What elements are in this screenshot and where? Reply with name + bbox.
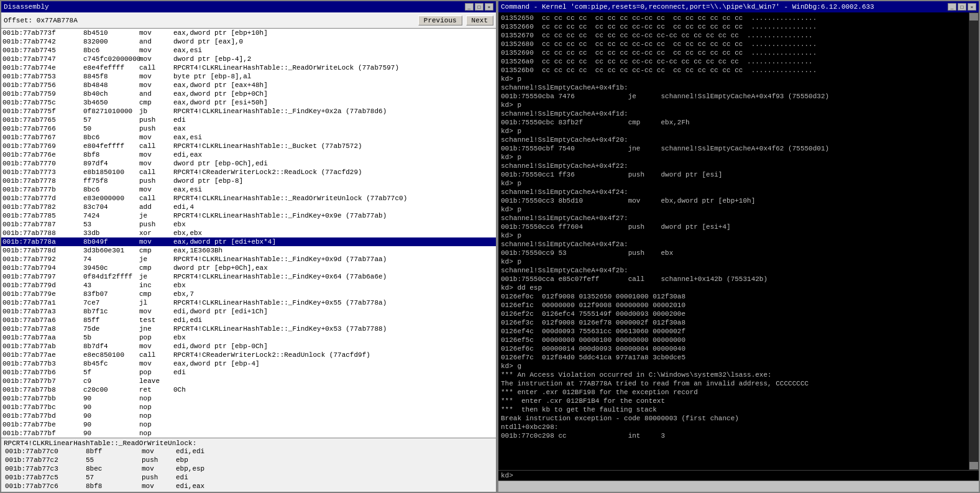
- list-item: kd> g: [501, 362, 966, 371]
- disasm-addr: 001b:77ab77ae: [2, 351, 83, 359]
- table-row[interactable]: 001b:77ab779439450ccmpdword ptr [ebp+0Ch…: [1, 264, 496, 272]
- disasm-content[interactable]: 001b:77ab738f8bffmovedi,edi001b:77ab7739…: [1, 29, 496, 438]
- table-row[interactable]: 001b:77ab773f8b4510moveax,dword ptr [ebp…: [1, 29, 496, 37]
- disasm-addr: 001b:77ab7797: [2, 272, 83, 281]
- table-row[interactable]: 001b:77ab778d3d3b60e301cmpeax,1E3603Bh: [1, 246, 496, 255]
- previous-button[interactable]: Previous: [418, 16, 462, 25]
- table-row[interactable]: 001b:77ab77970f84d1f2ffffjeRPCRT4!CLKRLi…: [1, 272, 496, 281]
- cmd-input-row: kd>: [498, 470, 979, 481]
- table-row[interactable]: 001b:77ab778753pushebx: [1, 220, 496, 229]
- table-row[interactable]: 001b:77ab77bc90nop: [1, 403, 496, 412]
- table-row[interactable]: 001b:77ab7778ff75f8pushdword ptr [ebp-8]: [1, 177, 496, 185]
- table-row[interactable]: 001b:77ab776e8bf8movedi,eax: [1, 150, 496, 159]
- disasm-addr: 001b:77ab7770: [2, 159, 83, 168]
- table-row[interactable]: 001b:77ab77678bc6moveax,esi: [1, 133, 496, 142]
- table-row[interactable]: 001b:77ab778833dbxorebx,ebx: [1, 229, 496, 237]
- disasm-addr: 001b:77ab7794: [2, 264, 83, 272]
- table-row[interactable]: 001b:77ab774ee8e4feffffcallRPCRT4!CLKRLi…: [1, 63, 496, 72]
- table-row[interactable]: 001b:77ab77a685fftestedi,edi: [1, 316, 496, 325]
- table-row[interactable]: 001b:77ab7742832000anddword ptr [eax],0: [1, 37, 496, 46]
- cmd-maximize-btn[interactable]: □: [958, 3, 966, 11]
- table-row[interactable]: 001b:77ab77be90nop: [1, 420, 496, 429]
- close-btn[interactable]: ×: [485, 3, 493, 11]
- disasm-operands: RPCRT4!CLKRLinearHashTable::_Bucket (77a…: [173, 142, 495, 150]
- cmd-scrollbar[interactable]: [969, 12, 979, 470]
- disasm-mnem: nop: [139, 420, 173, 429]
- disasm-operands: ebx: [173, 333, 495, 342]
- list-item: 0126ef5c 00000000 00000100 00000000 0000…: [501, 336, 966, 344]
- cmd-input[interactable]: [516, 472, 976, 479]
- table-row[interactable]: 001b:77ab77857424jeRPCRT4!CLKRLinearHash…: [1, 211, 496, 220]
- disasm-operands: [173, 420, 495, 429]
- minimize-btn[interactable]: _: [465, 3, 474, 11]
- disasm-addr: 001b:77ab7769: [2, 142, 83, 150]
- table-row[interactable]: 001b:77ab778a8b049fmoveax,dword ptr [edi…: [1, 237, 496, 246]
- disasm-addr: 001b:77ab7766: [2, 124, 83, 133]
- maximize-btn[interactable]: □: [475, 3, 483, 11]
- table-row[interactable]: 001b:77ab7773e8b1850100callRPCRT4!CReade…: [1, 168, 496, 177]
- disasm-bytes: e83e000000: [83, 194, 139, 203]
- table-row[interactable]: 001b:77ab775f0f8271010000jbRPCRT4!CLKRLi…: [1, 107, 496, 116]
- disasm-bytes: 50: [83, 124, 139, 133]
- table-row[interactable]: 001b:77ab779d43incebx: [1, 281, 496, 290]
- table-row[interactable]: 001b:77ab77538845f8movbyte ptr [ebp-8],a…: [1, 72, 496, 81]
- table-row[interactable]: 001b:77ab77bf90nop: [1, 429, 496, 438]
- list-item: kd> p: [501, 101, 966, 109]
- disasm-bytes: 5f: [83, 368, 139, 377]
- cmd-close-btn[interactable]: ×: [968, 3, 976, 11]
- table-row[interactable]: 001b:77ab77aa5bpopebx: [1, 333, 496, 342]
- table-row[interactable]: 001b:77ab7770897df4movdword ptr [ebp-0Ch…: [1, 159, 496, 168]
- table-row[interactable]: 001b:77ab779e83fb07cmpebx,7: [1, 290, 496, 298]
- disasm-operands: edi,dword ptr [edi+1Ch]: [173, 307, 495, 316]
- disasm-addr: 001b:77ab775f: [2, 107, 83, 116]
- table-row[interactable]: 001b:77ab776557pushedi: [1, 116, 496, 124]
- next-button[interactable]: Next: [466, 16, 493, 25]
- list-item: schannel!SslEmptyCacheA+0x4f2a:: [501, 240, 966, 249]
- disasm-mnem: push: [139, 220, 173, 229]
- table-row[interactable]: 001b:77ab777b8bc6moveax,esi: [1, 185, 496, 194]
- table-row[interactable]: 001b:77ab77458bc6moveax,esi: [1, 46, 496, 55]
- table-row[interactable]: 001b:77ab77598b40chandeax,dword ptr [ebp…: [1, 90, 496, 98]
- disasm-bytes: e8e4feffff: [83, 63, 139, 72]
- table-row[interactable]: 001b:77ab77a875dejneRPCRT4!CLKRLinearHas…: [1, 325, 496, 333]
- table-row[interactable]: 001b:77ab7747c745fc02000000movdword ptr …: [1, 55, 496, 63]
- disasm-bytes: 8b45fc: [83, 359, 139, 368]
- table-row[interactable]: 001b:77ab777de83e000000callRPCRT4!CLKRLi…: [1, 194, 496, 203]
- table-row[interactable]: 001b:77ab77568b4848moveax,dword ptr [eax…: [1, 81, 496, 90]
- table-row[interactable]: 001b:77ab776650pusheax: [1, 124, 496, 133]
- table-row[interactable]: 001b:77ab77bd90nop: [1, 412, 496, 420]
- disasm-bytes: 8845f8: [83, 72, 139, 81]
- table-row[interactable]: 001b:77ab77a38b7f1cmovedi,dword ptr [edi…: [1, 307, 496, 316]
- table-row[interactable]: 001b:77ab77bb90nop: [1, 394, 496, 403]
- cmd-content[interactable]: 01352650 cc cc cc cc cc cc cc cc-cc cc c…: [498, 12, 969, 470]
- disasm-mnem: mov: [139, 81, 173, 90]
- table-row[interactable]: 001b:77ab77b38b45fcmoveax,dword ptr [ebp…: [1, 359, 496, 368]
- table-row: 001b:77ab77c255pushebp: [4, 456, 493, 464]
- disasm-bytes: 8b40ch: [83, 90, 139, 98]
- table-row[interactable]: 001b:77ab77b8c20c00ret0Ch: [1, 385, 496, 394]
- table-row[interactable]: 001b:77ab77b7c9leave: [1, 377, 496, 385]
- disasm-operands: eax,dword ptr [eax+48h]: [173, 81, 495, 90]
- disasm-addr: 001b:77ab77a6: [2, 316, 83, 325]
- table-row[interactable]: 001b:77ab77a17ce7jlRPCRT4!CLKRLinearHash…: [1, 298, 496, 307]
- cmd-minimize-btn[interactable]: _: [948, 3, 956, 11]
- table-row[interactable]: 001b:77ab77b65fpopedi: [1, 368, 496, 377]
- disasm-bytes: 8b049f: [83, 237, 139, 246]
- disassembly-panel: Disassembly _ □ × Offset: 0x77AB778A Pre…: [0, 0, 497, 493]
- table-row[interactable]: 001b:77ab778283c704addedi,4: [1, 203, 496, 211]
- table-row[interactable]: 001b:77ab7769e804feffffcallRPCRT4!CLKRLi…: [1, 142, 496, 150]
- disasm-bytes: 90: [83, 394, 139, 403]
- table-row[interactable]: 001b:77ab775c3b4650cmpeax,dword ptr [esi…: [1, 98, 496, 107]
- status-bar: drops.wooyun.org: [498, 481, 979, 492]
- disasm-addr: 001b:77ab7792: [2, 255, 83, 264]
- disasm-addr: 001b:77ab7778: [2, 177, 83, 185]
- table-row: 001b:77ab77c38becmovebp,esp: [4, 464, 493, 473]
- table-row[interactable]: 001b:77ab77ab8b7df4movedi,dword ptr [ebp…: [1, 342, 496, 351]
- table-row[interactable]: 001b:77ab77aee8ec850100callRPCRT4!CReade…: [1, 351, 496, 359]
- disasm-operands: ebx,ebx: [173, 229, 495, 237]
- disasm-bytes: 90: [83, 429, 139, 438]
- disasm-bytes: 0f8271010000: [83, 107, 139, 116]
- disasm-operands: byte ptr [ebp-8],al: [173, 72, 495, 81]
- disasm-mnem: mov: [139, 29, 173, 37]
- table-row[interactable]: 001b:77ab779274jeRPCRT4!CLKRLinearHashTa…: [1, 255, 496, 264]
